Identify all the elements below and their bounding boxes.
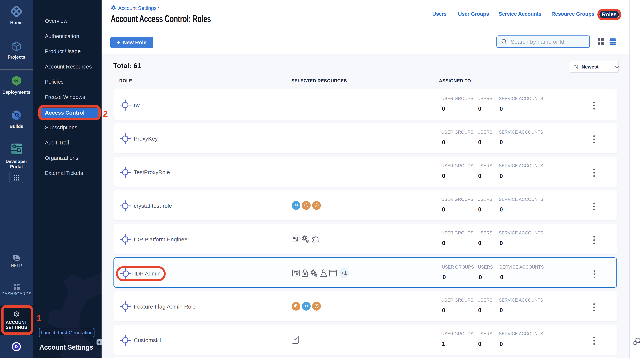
svg-text:?: ? xyxy=(15,256,16,259)
